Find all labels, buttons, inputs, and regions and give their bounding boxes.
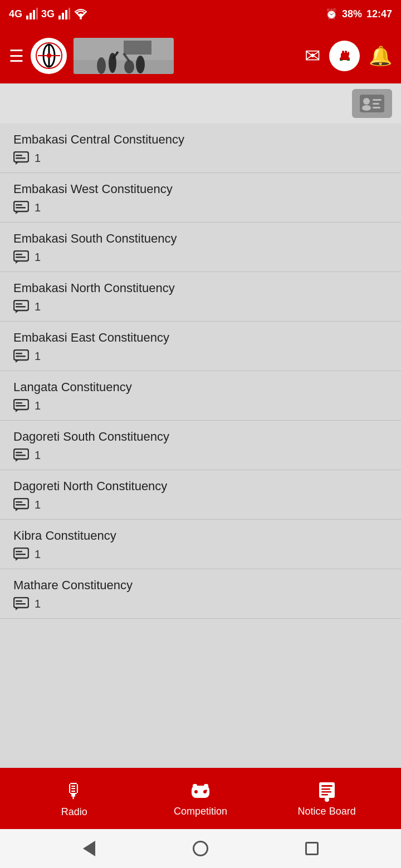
svg-rect-58	[14, 499, 28, 509]
comment-icon	[13, 399, 29, 412]
svg-rect-1	[30, 13, 32, 19]
banner-svg	[74, 38, 174, 74]
signal1-icon	[26, 8, 38, 20]
nav-item-noticeboard[interactable]: ? Notice Board	[294, 780, 360, 817]
list-item[interactable]: Embakasi North Constituency 1	[0, 272, 401, 322]
android-back-button[interactable]	[75, 835, 103, 862]
comment-icon	[13, 201, 29, 214]
svg-rect-50	[16, 353, 22, 354]
svg-rect-76	[321, 788, 330, 790]
android-home-button[interactable]	[187, 835, 214, 862]
recents-square-icon	[305, 842, 319, 855]
svg-point-13	[47, 53, 51, 58]
list-item-title: Embakasi South Constituency	[13, 231, 388, 246]
svg-rect-39	[16, 157, 26, 159]
list-item[interactable]: Langata Constituency 1	[0, 371, 401, 421]
comment-count: 1	[35, 350, 41, 363]
home-circle-icon	[193, 841, 208, 856]
svg-point-33	[362, 105, 371, 111]
status-network: 4G 3G	[9, 8, 88, 20]
nav-radio-label: Radio	[61, 806, 87, 818]
svg-point-68	[194, 790, 198, 793]
svg-rect-59	[16, 501, 22, 503]
list-item-title: Dagoreti South Constituency	[13, 430, 388, 444]
comment-icon	[13, 548, 29, 561]
mail-icon[interactable]: ✉	[305, 45, 320, 67]
time-label: 12:47	[366, 8, 392, 20]
android-recents-button[interactable]	[298, 835, 326, 862]
comment-icon	[13, 349, 29, 363]
svg-rect-2	[33, 10, 35, 19]
svg-rect-65	[16, 600, 22, 602]
svg-rect-45	[16, 257, 26, 258]
svg-rect-48	[16, 306, 26, 308]
svg-rect-61	[14, 548, 28, 558]
status-right: ⏰ 38% 12:47	[325, 8, 392, 20]
svg-rect-30	[347, 60, 350, 61]
comment-count: 1	[35, 152, 41, 165]
nav-competition-label: Competition	[174, 806, 227, 817]
svg-rect-53	[16, 402, 22, 404]
list-item-title: Embakasi North Constituency	[13, 281, 388, 295]
list-item-meta: 1	[13, 300, 388, 313]
comment-count: 1	[35, 251, 41, 264]
svg-rect-0	[26, 16, 28, 19]
list-item[interactable]: Embakasi Central Constituency 1	[0, 124, 401, 173]
svg-rect-74	[319, 782, 335, 798]
svg-rect-5	[62, 13, 64, 19]
nav-noticeboard-label: Notice Board	[298, 806, 356, 817]
list-item[interactable]: Embakasi East Constituency 1	[0, 322, 401, 371]
svg-rect-52	[14, 400, 28, 410]
banner-image	[74, 38, 174, 74]
svg-rect-44	[16, 254, 22, 255]
competition-icon	[189, 780, 212, 802]
list-item-meta: 1	[13, 151, 388, 165]
svg-rect-41	[16, 204, 22, 206]
list-item-meta: 1	[13, 597, 388, 610]
nav-item-radio[interactable]: 🎙 Radio	[41, 780, 107, 818]
profile-card-button[interactable]	[352, 89, 392, 118]
svg-rect-37	[14, 152, 28, 162]
avatar-svg	[334, 45, 355, 66]
bottom-nav: 🎙 Radio Competition ? Notice Board	[0, 768, 401, 829]
radio-icon: 🎙	[64, 780, 84, 803]
android-nav-bar	[0, 829, 401, 868]
nav-item-competition[interactable]: Competition	[167, 780, 234, 817]
comment-count: 1	[35, 548, 41, 561]
list-item[interactable]: Embakasi South Constituency 1	[0, 223, 401, 272]
svg-rect-63	[16, 554, 26, 555]
list-item[interactable]: Dagoreti South Constituency 1	[0, 421, 401, 470]
comment-icon	[13, 498, 29, 511]
svg-rect-7	[69, 8, 70, 19]
constituency-list: Embakasi Central Constituency 1 Embakasi…	[0, 124, 401, 768]
list-item[interactable]: Kibra Constituency 1	[0, 520, 401, 569]
hamburger-icon[interactable]: ☰	[9, 46, 24, 66]
svg-rect-28	[348, 52, 349, 56]
comment-icon	[13, 448, 29, 462]
list-item[interactable]: Embakasi West Constituency 1	[0, 173, 401, 223]
logo-container	[31, 38, 67, 74]
header-right: ✉ 🔔	[305, 41, 392, 71]
wifi-icon	[74, 8, 88, 20]
list-item[interactable]: Mathare Constituency 1	[0, 569, 401, 619]
svg-rect-60	[16, 504, 26, 506]
alarm-icon: ⏰	[325, 8, 338, 20]
notification-icon[interactable]: 🔔	[369, 45, 392, 67]
svg-rect-56	[16, 452, 22, 453]
comment-icon	[13, 597, 29, 610]
list-item-title: Kibra Constituency	[13, 529, 388, 543]
profile-card-icon	[359, 93, 385, 114]
list-item[interactable]: Dagoreti North Constituency 1	[0, 470, 401, 520]
svg-rect-29	[340, 60, 343, 61]
svg-point-8	[80, 17, 82, 19]
svg-rect-64	[14, 598, 28, 608]
svg-rect-72	[193, 784, 197, 790]
avatar-icon[interactable]	[329, 41, 360, 71]
app-header: ☰	[0, 28, 401, 83]
back-triangle-icon	[83, 841, 95, 856]
list-item-meta: 1	[13, 448, 388, 462]
svg-rect-6	[65, 10, 67, 19]
list-item-title: Langata Constituency	[13, 380, 388, 394]
comment-count: 1	[35, 201, 41, 214]
top-action-row	[0, 83, 401, 124]
